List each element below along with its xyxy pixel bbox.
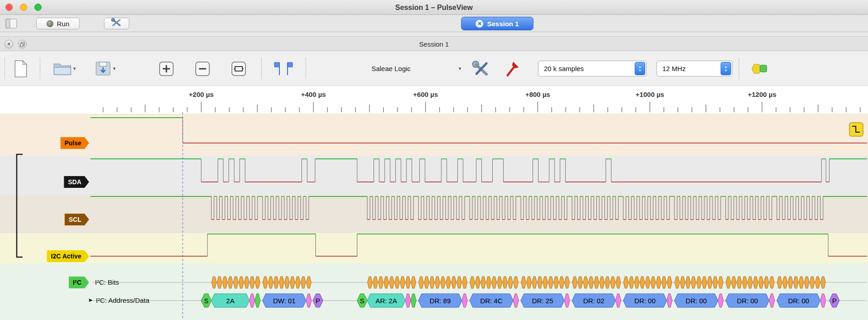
toolbar-separator [40,58,40,79]
i2c-annotation-label: AR: 2A [376,297,397,305]
wrench-screwdriver-icon [471,60,491,78]
open-file-button[interactable]: ▾ [53,51,76,86]
decoder-band [0,263,868,320]
trace-label-i2c-active[interactable]: I2C Active [47,250,89,262]
signal-band [0,114,868,156]
configure-device-button[interactable] [471,51,491,86]
session-header-title: Session 1 [0,37,868,52]
trace-plot[interactable]: +200 µs+400 µs+600 µs+800 µs+1000 µs+120… [0,86,868,320]
view-layout-icon[interactable] [5,19,17,30]
i2c-annotation-label: S [360,297,364,305]
signal-band [0,156,868,195]
main-tab-bar: Run ✕ Session 1 [0,15,868,32]
save-file-button[interactable]: ▾ [95,51,116,86]
ruler-label: +800 µs [525,91,550,98]
window-title: Session 1 – PulseView [0,0,868,15]
ruler-label: +400 µs [301,91,326,98]
toolbar-handle [5,58,5,79]
trace-view[interactable]: +200 µs+400 µs+600 µs+800 µs+1000 µs+120… [0,86,868,320]
cursors-icon [273,62,294,76]
session-header: ✕ Session 1 [0,36,868,51]
show-cursors-button[interactable] [273,51,294,86]
i2c-annotation-label: P [316,297,320,305]
run-button[interactable]: Run [36,18,80,29]
new-file-icon [14,60,28,77]
decoder-row-label-address-data: I²C: Address/Data [96,296,149,304]
zoom-fit-button[interactable] [230,51,248,86]
i2c-annotation-label: DR: 00 [737,297,758,305]
run-button-label: Run [57,20,70,28]
trace-label-sda[interactable]: SDA [64,176,89,188]
i2c-annotation-label: DR: 00 [686,297,707,305]
expand-arrow-icon[interactable]: ▶ [89,297,93,302]
probe-icon [505,60,521,77]
device-selector-label: Saleae Logic [372,65,411,72]
titlebar: Session 1 – PulseView [0,0,868,15]
wrench-icon [111,18,122,29]
zoom-in-icon [157,60,175,78]
i2c-annotation-label: DW: 01 [273,297,296,305]
sample-rate-value: 12 MHz [657,65,686,72]
chevron-down-icon: ▾ [458,66,461,72]
ruler-label: +200 µs [189,91,214,98]
zoom-fit-icon [230,60,248,78]
decoder-row-label-bits: I²C: Bits [95,278,119,286]
sample-count-stepper[interactable]: ▲▼ [635,62,645,75]
folder-open-icon [53,62,71,76]
run-state-icon [47,20,53,27]
sample-rate-select[interactable]: 12 MHz ▲▼ [656,61,732,76]
zoom-in-button[interactable] [157,51,175,86]
signal-band [0,233,868,263]
i2c-annotation-label: P [832,297,837,305]
trace-label-scl[interactable]: SCL [65,214,89,225]
i2c-annotation-label: DR: 25 [532,297,553,305]
chevron-down-icon[interactable]: ▾ [73,66,76,72]
i2c-annotation-label: 2A [226,297,234,305]
toolbar-separator [261,58,262,79]
toolbar-separator [306,58,306,79]
zoom-out-button[interactable] [193,51,212,86]
session-tab[interactable]: ✕ Session 1 [461,17,533,30]
settings-button[interactable] [104,18,129,29]
decoder-icon [749,62,769,76]
toolbar-separator [739,58,739,79]
sample-count-select[interactable]: 20 k samples ▲▼ [538,61,646,76]
new-session-file-button[interactable] [14,51,28,86]
ruler-label: +600 µs [413,91,438,98]
signal-band [0,195,868,233]
save-icon [95,61,111,76]
ruler-label: +1000 µs [636,91,664,98]
i2c-annotation-label: DR: 02 [583,297,604,305]
zoom-out-icon [193,60,212,78]
ruler-label: +1200 µs [748,91,776,98]
channels-button[interactable] [505,51,521,86]
chevron-down-icon[interactable]: ▾ [113,66,116,72]
device-selector[interactable]: Saleae Logic ▾ [316,51,466,86]
tab-close-icon[interactable]: ✕ [476,20,483,28]
sample-rate-stepper[interactable]: ▲▼ [721,62,731,75]
i2c-annotation-label: DR: 00 [634,297,656,305]
pulseview-window: Session 1 – PulseView Run ✕ Session 1 ✕ … [0,0,868,320]
i2c-annotation-label: DR: 89 [429,297,451,305]
main-toolbar: ▾ ▾ Saleae Logic ▾ [0,51,868,86]
i2c-annotation-label: S [204,297,208,305]
i2c-annotation-label: DR: 4C [480,297,502,305]
trace-label-pulse[interactable]: Pulse [61,137,89,149]
i2c-annotation-label: DR: 00 [788,297,809,305]
sample-count-value: 20 k samples [538,65,584,72]
session-tab-label: Session 1 [487,20,519,28]
add-decoder-button[interactable] [749,51,769,86]
